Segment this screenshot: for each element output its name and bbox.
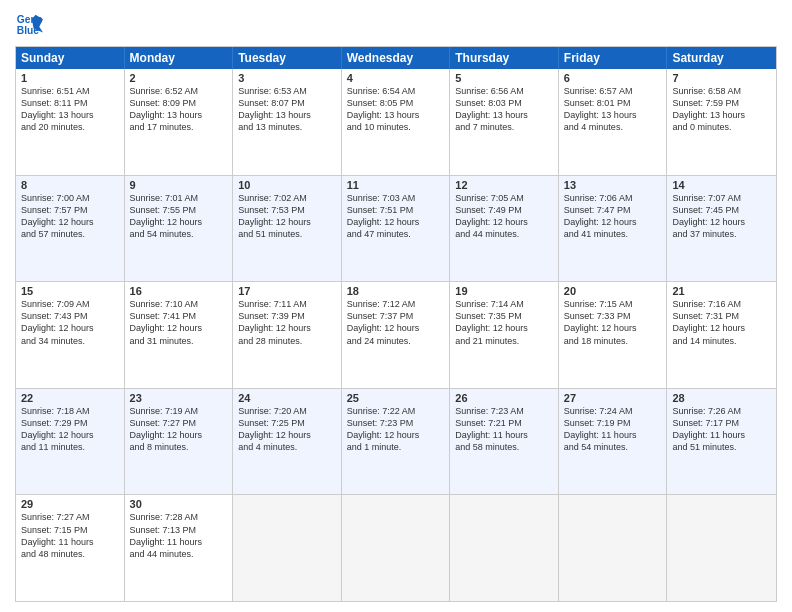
calendar-cell: 1Sunrise: 6:51 AMSunset: 8:11 PMDaylight… [16, 69, 125, 175]
cell-line: and 7 minutes. [455, 121, 553, 133]
cell-line: Sunrise: 7:03 AM [347, 192, 445, 204]
cell-line: Sunset: 7:31 PM [672, 310, 771, 322]
cell-line: and 31 minutes. [130, 335, 228, 347]
cell-line: Daylight: 12 hours [455, 216, 553, 228]
day-number: 1 [21, 72, 119, 84]
calendar-cell: 16Sunrise: 7:10 AMSunset: 7:41 PMDayligh… [125, 282, 234, 388]
day-number: 10 [238, 179, 336, 191]
cell-line: Daylight: 13 hours [347, 109, 445, 121]
cell-line: Sunrise: 7:18 AM [21, 405, 119, 417]
cell-line: Sunrise: 7:27 AM [21, 511, 119, 523]
cell-line: Daylight: 11 hours [21, 536, 119, 548]
cell-line: Daylight: 12 hours [672, 322, 771, 334]
cell-line: Sunrise: 7:15 AM [564, 298, 662, 310]
cell-line: Daylight: 12 hours [564, 216, 662, 228]
cell-line: and 20 minutes. [21, 121, 119, 133]
cell-line: Sunrise: 7:20 AM [238, 405, 336, 417]
cell-line: Daylight: 13 hours [455, 109, 553, 121]
calendar-cell: 6Sunrise: 6:57 AMSunset: 8:01 PMDaylight… [559, 69, 668, 175]
cell-line: Sunrise: 7:23 AM [455, 405, 553, 417]
cell-line: and 54 minutes. [130, 228, 228, 240]
day-number: 8 [21, 179, 119, 191]
cell-line: and 17 minutes. [130, 121, 228, 133]
day-number: 3 [238, 72, 336, 84]
cell-line: Daylight: 12 hours [130, 429, 228, 441]
calendar-cell: 5Sunrise: 6:56 AMSunset: 8:03 PMDaylight… [450, 69, 559, 175]
cell-line: Sunset: 7:43 PM [21, 310, 119, 322]
cell-line: Daylight: 13 hours [21, 109, 119, 121]
cell-line: Sunset: 7:17 PM [672, 417, 771, 429]
calendar: SundayMondayTuesdayWednesdayThursdayFrid… [15, 46, 777, 602]
cell-line: Sunrise: 7:10 AM [130, 298, 228, 310]
cell-line: Daylight: 12 hours [238, 216, 336, 228]
calendar-cell: 24Sunrise: 7:20 AMSunset: 7:25 PMDayligh… [233, 389, 342, 495]
day-number: 16 [130, 285, 228, 297]
calendar-cell: 14Sunrise: 7:07 AMSunset: 7:45 PMDayligh… [667, 176, 776, 282]
cell-line: Daylight: 11 hours [672, 429, 771, 441]
cell-line: Daylight: 11 hours [130, 536, 228, 548]
cell-line: Sunset: 7:15 PM [21, 524, 119, 536]
cell-line: and 57 minutes. [21, 228, 119, 240]
weekday-header: Sunday [16, 47, 125, 69]
cell-line: and 37 minutes. [672, 228, 771, 240]
day-number: 25 [347, 392, 445, 404]
cell-line: Sunset: 7:51 PM [347, 204, 445, 216]
day-number: 18 [347, 285, 445, 297]
weekday-header: Thursday [450, 47, 559, 69]
calendar-cell: 19Sunrise: 7:14 AMSunset: 7:35 PMDayligh… [450, 282, 559, 388]
calendar-header: SundayMondayTuesdayWednesdayThursdayFrid… [16, 47, 776, 69]
cell-line: and 4 minutes. [238, 441, 336, 453]
calendar-cell: 12Sunrise: 7:05 AMSunset: 7:49 PMDayligh… [450, 176, 559, 282]
cell-line: and 24 minutes. [347, 335, 445, 347]
cell-line: Daylight: 13 hours [564, 109, 662, 121]
weekday-header: Saturday [667, 47, 776, 69]
weekday-header: Friday [559, 47, 668, 69]
calendar-cell: 9Sunrise: 7:01 AMSunset: 7:55 PMDaylight… [125, 176, 234, 282]
cell-line: Sunset: 8:07 PM [238, 97, 336, 109]
day-number: 15 [21, 285, 119, 297]
day-number: 14 [672, 179, 771, 191]
day-number: 28 [672, 392, 771, 404]
calendar-cell [342, 495, 451, 601]
cell-line: Sunrise: 6:52 AM [130, 85, 228, 97]
logo-icon: General Blue [15, 10, 43, 38]
calendar-cell [450, 495, 559, 601]
calendar-row: 22Sunrise: 7:18 AMSunset: 7:29 PMDayligh… [16, 389, 776, 496]
cell-line: and 54 minutes. [564, 441, 662, 453]
cell-line: Sunrise: 7:05 AM [455, 192, 553, 204]
day-number: 5 [455, 72, 553, 84]
calendar-row: 1Sunrise: 6:51 AMSunset: 8:11 PMDaylight… [16, 69, 776, 176]
day-number: 23 [130, 392, 228, 404]
calendar-cell: 26Sunrise: 7:23 AMSunset: 7:21 PMDayligh… [450, 389, 559, 495]
cell-line: Sunrise: 7:12 AM [347, 298, 445, 310]
cell-line: and 34 minutes. [21, 335, 119, 347]
cell-line: Sunset: 8:03 PM [455, 97, 553, 109]
day-number: 27 [564, 392, 662, 404]
cell-line: and 21 minutes. [455, 335, 553, 347]
calendar-cell: 18Sunrise: 7:12 AMSunset: 7:37 PMDayligh… [342, 282, 451, 388]
header: General Blue [15, 10, 777, 38]
cell-line: Daylight: 12 hours [21, 322, 119, 334]
weekday-header: Wednesday [342, 47, 451, 69]
cell-line: Sunset: 8:11 PM [21, 97, 119, 109]
cell-line: Sunset: 7:13 PM [130, 524, 228, 536]
calendar-cell: 10Sunrise: 7:02 AMSunset: 7:53 PMDayligh… [233, 176, 342, 282]
cell-line: and 11 minutes. [21, 441, 119, 453]
cell-line: Daylight: 12 hours [21, 429, 119, 441]
cell-line: Sunset: 7:39 PM [238, 310, 336, 322]
calendar-cell: 30Sunrise: 7:28 AMSunset: 7:13 PMDayligh… [125, 495, 234, 601]
cell-line: Sunset: 7:19 PM [564, 417, 662, 429]
cell-line: Sunset: 7:25 PM [238, 417, 336, 429]
cell-line: Sunrise: 7:11 AM [238, 298, 336, 310]
cell-line: and 4 minutes. [564, 121, 662, 133]
cell-line: Sunset: 8:05 PM [347, 97, 445, 109]
day-number: 13 [564, 179, 662, 191]
cell-line: and 8 minutes. [130, 441, 228, 453]
cell-line: Sunrise: 7:26 AM [672, 405, 771, 417]
cell-line: Sunset: 7:57 PM [21, 204, 119, 216]
cell-line: and 51 minutes. [672, 441, 771, 453]
cell-line: Sunset: 7:23 PM [347, 417, 445, 429]
cell-line: Sunset: 8:01 PM [564, 97, 662, 109]
cell-line: Sunrise: 6:54 AM [347, 85, 445, 97]
cell-line: Daylight: 11 hours [564, 429, 662, 441]
